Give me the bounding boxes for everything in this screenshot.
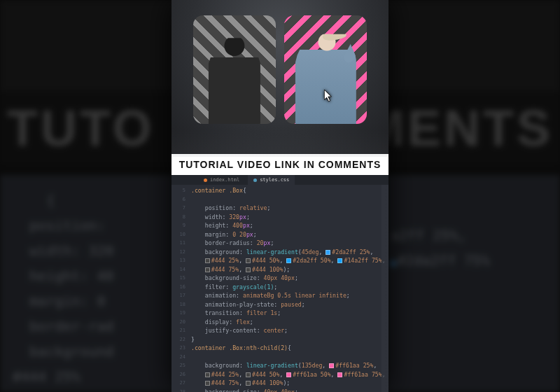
app-root: TUTO MMENTS { position: width: 320 heigh… bbox=[0, 0, 560, 392]
tab-label: index.html bbox=[210, 176, 239, 185]
color-swatch-icon bbox=[286, 372, 291, 377]
tab-label: styles.css bbox=[260, 176, 289, 185]
banner-fragment-left: TUTO bbox=[7, 99, 155, 157]
color-swatch-icon bbox=[326, 250, 330, 255]
person-illustration-2 bbox=[288, 29, 363, 124]
caption-bar: TUTORIAL VIDEO LINK IN COMMENTS bbox=[172, 154, 388, 175]
file-icon bbox=[253, 178, 257, 182]
bg-line: #2da2ff 75% bbox=[397, 252, 489, 269]
color-swatch-icon bbox=[329, 363, 334, 368]
reflection-gradient bbox=[172, 125, 388, 157]
demo-card-2[interactable] bbox=[284, 15, 367, 124]
editor-tab-bar: index.html styles.css bbox=[172, 175, 388, 185]
bg-line: width: 320 bbox=[13, 242, 114, 259]
person-illustration-1 bbox=[197, 29, 272, 124]
bg-line: #444 25% bbox=[13, 368, 80, 385]
color-swatch-icon bbox=[205, 381, 210, 386]
center-column: TUTORIAL VIDEO LINK IN COMMENTS index.ht… bbox=[172, 0, 388, 392]
hat-icon bbox=[322, 28, 347, 41]
line-number-gutter: 5 6 7 8 9 10 11 12 13 14 15 16 17 18 19 … bbox=[172, 185, 188, 392]
color-swatch-icon bbox=[205, 258, 210, 263]
bg-line: border-rad bbox=[13, 318, 114, 335]
color-swatch-icon bbox=[246, 381, 251, 386]
code-area[interactable]: .container .Box{ position: relative; wid… bbox=[191, 185, 386, 392]
color-swatch-icon bbox=[246, 258, 251, 263]
bg-line: background bbox=[13, 343, 114, 360]
bg-line: a2ff 25%, bbox=[391, 227, 466, 244]
background-code-left: { position: width: 320 height: 40 margin… bbox=[0, 175, 175, 392]
arm-shape bbox=[342, 34, 365, 64]
background-code-right: a2ff 25%, #2da2ff 75% bbox=[385, 175, 560, 392]
color-swatch-icon bbox=[391, 261, 396, 266]
file-icon bbox=[204, 178, 207, 182]
bg-line: { bbox=[13, 192, 55, 209]
bg-line: height: 40 bbox=[13, 267, 114, 284]
color-swatch-icon bbox=[286, 258, 291, 263]
tab-styles-css[interactable]: styles.css bbox=[248, 175, 295, 185]
color-swatch-icon bbox=[246, 372, 251, 377]
bg-line: position: bbox=[13, 217, 105, 234]
caption-text: TUTORIAL VIDEO LINK IN COMMENTS bbox=[179, 159, 382, 170]
code-editor[interactable]: index.html styles.css 5 6 7 8 9 10 11 12… bbox=[172, 175, 388, 392]
demo-card-1[interactable] bbox=[193, 15, 276, 124]
color-swatch-icon bbox=[205, 267, 210, 272]
tab-index-html[interactable]: index.html bbox=[198, 175, 245, 185]
color-swatch-icon bbox=[205, 372, 210, 377]
preview-pane bbox=[172, 0, 388, 154]
color-swatch-icon bbox=[337, 258, 342, 263]
editor-minimap[interactable] bbox=[382, 185, 388, 392]
color-swatch-icon bbox=[337, 372, 342, 377]
bg-line: margin: 0 bbox=[13, 293, 114, 309]
color-swatch-icon bbox=[246, 267, 251, 272]
